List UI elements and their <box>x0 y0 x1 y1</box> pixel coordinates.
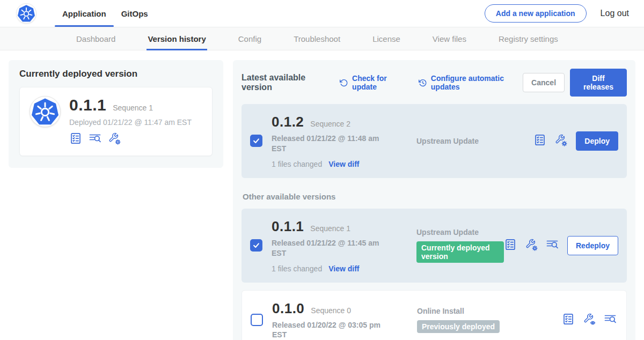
cancel-button[interactable]: Cancel <box>523 73 565 92</box>
view-config-icon[interactable] <box>583 313 596 328</box>
version-source: Online Install <box>417 307 562 315</box>
preflight-checks-icon[interactable] <box>562 313 575 328</box>
view-diff-link[interactable]: View diff <box>328 264 359 273</box>
version-checkbox[interactable] <box>250 239 262 252</box>
deployed-timestamp: Deployed 01/21/22 @ 11:47 am EST <box>69 118 192 127</box>
deployed-version-number: 0.1.1 <box>69 96 106 114</box>
deploy-button[interactable]: Deploy <box>576 131 618 151</box>
version-checkbox[interactable] <box>250 135 262 147</box>
schedule-icon <box>418 78 427 88</box>
check-icon <box>252 241 260 249</box>
app-icon <box>30 96 61 127</box>
deploy-logs-icon[interactable] <box>546 238 559 253</box>
released-timestamp: Released 01/20/22 @ 03:05 pm EST <box>272 320 389 340</box>
deploy-logs-icon[interactable] <box>604 313 617 328</box>
kubernetes-logo <box>16 3 36 24</box>
diff-releases-button[interactable]: Diff releases <box>570 69 627 97</box>
sub-nav: Dashboard Version history Config Trouble… <box>0 27 644 50</box>
version-row-0-1-1: 0.1.1 Sequence 1 Released 01/21/22 @ 11:… <box>241 209 627 283</box>
edit-config-icon[interactable] <box>554 134 567 149</box>
subnav-troubleshoot[interactable]: Troubleshoot <box>292 27 341 50</box>
version-number: 0.1.2 <box>272 114 304 130</box>
subnav-license[interactable]: License <box>371 27 401 50</box>
logout-button[interactable]: Log out <box>601 9 629 18</box>
edit-config-icon[interactable] <box>525 238 538 253</box>
preflight-checks-icon[interactable] <box>69 132 82 147</box>
tab-gitops[interactable]: GitOps <box>114 0 156 27</box>
version-sequence: Sequence 0 <box>311 306 351 315</box>
version-number: 0.1.1 <box>272 218 304 235</box>
subnav-dashboard[interactable]: Dashboard <box>75 27 116 50</box>
deployed-sequence: Sequence 1 <box>113 104 153 112</box>
available-versions-panel: Latest available version Check for updat… <box>233 60 635 340</box>
edit-config-icon[interactable] <box>108 132 121 147</box>
preflight-checks-icon[interactable] <box>504 238 517 253</box>
currently-deployed-panel: Currently deployed version 0.1.1 Sequenc… <box>9 60 223 168</box>
version-sequence: Sequence 1 <box>310 224 350 233</box>
other-versions-title: Other available versions <box>243 192 627 201</box>
subnav-config[interactable]: Config <box>237 27 262 50</box>
files-changed-label: 1 files changed <box>272 160 322 168</box>
version-source: Upstream Update <box>416 228 504 236</box>
version-sequence: Sequence 2 <box>310 120 350 128</box>
version-number: 0.1.0 <box>272 300 304 317</box>
preflight-checks-icon[interactable] <box>533 134 546 149</box>
latest-available-title: Latest available version <box>241 73 327 92</box>
subnav-version-history[interactable]: Version history <box>147 27 207 50</box>
subnav-registry-settings[interactable]: Registry settings <box>497 27 559 50</box>
version-checkbox[interactable] <box>251 314 263 326</box>
currently-deployed-title: Currently deployed version <box>19 69 213 79</box>
check-icon <box>252 137 260 145</box>
deploy-logs-icon[interactable] <box>89 132 101 147</box>
released-timestamp: Released 01/21/22 @ 11:48 am EST <box>272 134 389 154</box>
redeploy-button[interactable]: Redeploy <box>567 236 618 255</box>
previously-deployed-badge: Previously deployed <box>417 320 500 333</box>
add-application-button[interactable]: Add a new application <box>485 4 587 23</box>
deployed-version-card: 0.1.1 Sequence 1 Deployed 01/21/22 @ 11:… <box>19 87 213 156</box>
view-diff-link[interactable]: View diff <box>328 160 359 168</box>
refresh-icon <box>339 78 348 88</box>
main-content: Currently deployed version 0.1.1 Sequenc… <box>0 50 644 340</box>
version-source: Upstream Update <box>416 137 533 145</box>
tab-application[interactable]: Application <box>55 0 114 27</box>
currently-deployed-badge: Currently deployed version <box>416 241 504 263</box>
version-row-0-1-0: 0.1.0 Sequence 0 Released 01/20/22 @ 03:… <box>241 290 627 340</box>
files-changed-label: 1 files changed <box>272 264 322 273</box>
subnav-view-files[interactable]: View files <box>431 27 467 50</box>
check-for-update-link[interactable]: Check for update <box>339 74 406 91</box>
released-timestamp: Released 01/21/22 @ 11:45 am EST <box>272 238 389 258</box>
version-row-0-1-2: 0.1.2 Sequence 2 Released 01/21/22 @ 11:… <box>241 104 627 178</box>
configure-updates-link[interactable]: Configure automatic updates <box>418 74 523 91</box>
app-tabs: Application GitOps <box>55 0 156 27</box>
top-nav: Application GitOps Add a new application… <box>0 0 644 27</box>
